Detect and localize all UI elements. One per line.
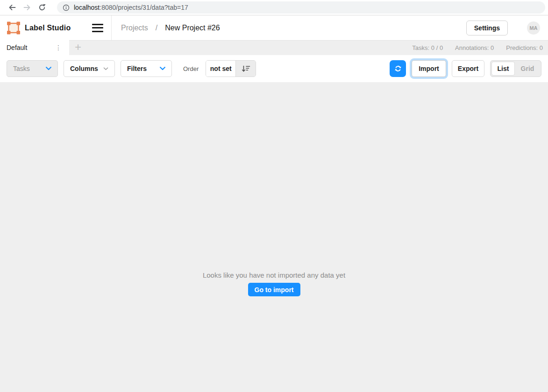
filters-dropdown[interactable]: Filters — [121, 60, 172, 77]
data-manager-content: Looks like you have not imported any dat… — [0, 82, 548, 392]
view-toggle: List Grid — [490, 60, 541, 77]
breadcrumb: Projects / New Project #26 — [112, 24, 220, 32]
browser-forward-icon[interactable] — [20, 1, 35, 14]
toolbar-right: Import Export List Grid — [390, 60, 541, 77]
stat-annotations: Annotations: 0 — [455, 44, 494, 51]
export-button[interactable]: Export — [452, 60, 484, 77]
tasks-dropdown[interactable]: Tasks — [7, 60, 58, 77]
empty-state-message: Looks like you have not imported any dat… — [203, 271, 345, 279]
columns-dropdown[interactable]: Columns — [64, 60, 115, 77]
menu-icon[interactable] — [92, 24, 103, 32]
refresh-button[interactable] — [390, 60, 406, 77]
add-tab-button[interactable]: + — [69, 41, 87, 55]
info-icon[interactable] — [63, 4, 70, 11]
breadcrumb-projects-link[interactable]: Projects — [121, 24, 148, 32]
plus-icon: + — [75, 42, 81, 53]
view-toggle-grid[interactable]: Grid — [515, 62, 540, 76]
label-studio-logo-icon[interactable] — [7, 21, 21, 35]
header-left: Label Studio — [0, 15, 112, 40]
browser-chrome: localhost:8080/projects/31/data?tab=17 — [0, 0, 548, 15]
order-control: not set — [206, 60, 256, 77]
order-value[interactable]: not set — [206, 61, 235, 77]
go-to-import-button[interactable]: Go to import — [248, 283, 300, 296]
url-path: :8080/projects/31/data?tab=17 — [100, 4, 188, 11]
tab-options-kebab-icon[interactable]: ⋮ — [52, 42, 64, 53]
avatar[interactable]: MA — [527, 21, 540, 35]
view-toggle-list[interactable]: List — [491, 62, 515, 76]
sort-direction-button[interactable] — [235, 61, 256, 77]
url-text: localhost:8080/projects/31/data?tab=17 — [74, 4, 188, 11]
tasks-dropdown-label: Tasks — [13, 65, 30, 72]
chevron-down-icon — [160, 67, 165, 70]
browser-back-icon[interactable] — [5, 1, 20, 14]
stat-tasks: Tasks: 0 / 0 — [412, 44, 443, 51]
sort-descending-icon — [242, 65, 250, 72]
url-bar[interactable]: localhost:8080/projects/31/data?tab=17 — [57, 1, 545, 14]
chevron-down-icon — [103, 67, 108, 70]
chevron-down-icon — [46, 67, 51, 70]
page-title: New Project #26 — [165, 24, 220, 32]
refresh-sync-icon — [394, 64, 402, 73]
stat-predictions: Predictions: 0 — [506, 44, 543, 51]
columns-dropdown-label: Columns — [70, 65, 98, 72]
tab-default[interactable]: Default ⋮ — [0, 40, 69, 55]
app-name: Label Studio — [25, 24, 71, 32]
tab-default-label: Default — [7, 44, 27, 51]
tab-stats: Tasks: 0 / 0 Annotations: 0 Predictions:… — [412, 41, 548, 55]
order-label: Order — [183, 65, 199, 72]
settings-button[interactable]: Settings — [466, 21, 508, 35]
toolbar: Tasks Columns Filters Order not set — [0, 55, 548, 82]
app-header: Label Studio Projects / New Project #26 … — [0, 15, 548, 40]
import-button[interactable]: Import — [412, 60, 446, 77]
breadcrumb-separator: / — [156, 24, 157, 32]
tab-bar: Default ⋮ + Tasks: 0 / 0 Annotations: 0 … — [0, 40, 548, 55]
url-host: localhost — [74, 4, 100, 11]
browser-reload-icon[interactable] — [35, 1, 50, 14]
filters-dropdown-label: Filters — [127, 65, 147, 72]
